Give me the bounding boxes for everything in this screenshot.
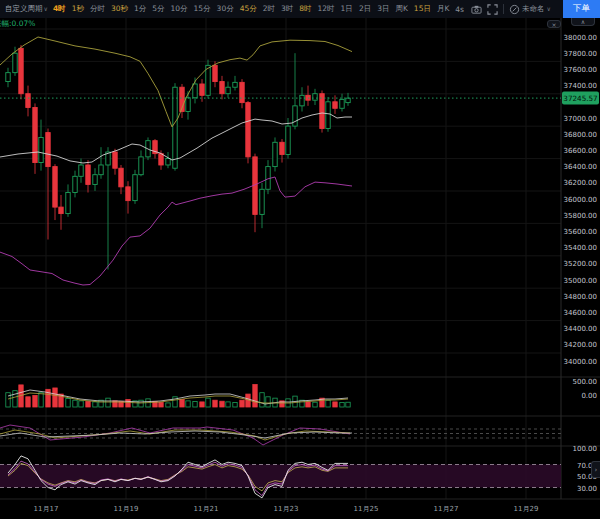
candle-body — [200, 84, 204, 95]
current-price-value: 37245.57 — [563, 94, 597, 103]
period-item[interactable]: 1秒 — [71, 4, 85, 14]
date-axis-label: 11月23 — [274, 505, 299, 513]
volume-bar — [306, 402, 310, 407]
volume-bar — [206, 398, 210, 407]
period-item[interactable]: 8时 — [298, 4, 312, 14]
price-axis-label: 37000.00 — [564, 115, 597, 123]
candles — [6, 45, 350, 269]
axis-collapse-tab[interactable]: ∧ — [571, 18, 595, 26]
volume-bar — [13, 391, 17, 407]
price-axis-label: 34000.00 — [564, 358, 597, 366]
volume-bar — [53, 388, 57, 407]
candle-body — [346, 98, 350, 102]
period-item[interactable]: 4时 — [52, 4, 67, 14]
price-axis-label: 34600.00 — [564, 309, 597, 317]
price-axis-label: 34400.00 — [564, 325, 597, 333]
camera-icon[interactable] — [471, 4, 482, 15]
period-item[interactable]: 30秒 — [110, 4, 129, 14]
candle-body — [53, 167, 57, 208]
sub-axis-label: 500.00 — [573, 378, 598, 386]
period-item[interactable]: 15日 — [413, 4, 432, 14]
candle-body — [280, 142, 284, 154]
volume-bar — [166, 403, 170, 407]
volume-bar — [260, 393, 264, 407]
price-axis-label: 36200.00 — [564, 179, 597, 187]
candle-body — [273, 142, 277, 166]
custom-period-label: 自定义周期 — [5, 4, 43, 14]
period-item[interactable]: 30分 — [216, 4, 235, 14]
candle-body — [159, 154, 163, 165]
period-item[interactable]: 1分 — [133, 4, 147, 14]
candle-body — [126, 187, 130, 201]
volume-bar — [340, 403, 344, 407]
toolbar-icons: 未命名 ∨ — [471, 4, 551, 15]
volume-bar — [266, 397, 270, 407]
price-axis-label: 37800.00 — [564, 50, 597, 58]
candle-body — [333, 102, 337, 108]
date-axis-label: 11月27 — [434, 505, 459, 513]
chart-plot[interactable]: 38000.0037800.0037600.0037400.0037200.00… — [0, 18, 600, 519]
candle-body — [213, 65, 217, 81]
custom-period-dropdown[interactable]: 自定义周期 ∨ — [5, 4, 48, 14]
period-item[interactable]: 1日 — [340, 4, 354, 14]
chevron-down-icon: ∨ — [547, 5, 551, 12]
volume-bar — [226, 402, 230, 407]
candle-body — [33, 107, 37, 162]
osc-line-magenta — [0, 425, 350, 445]
candle-body — [113, 152, 117, 168]
layout-name: 未命名 — [522, 4, 545, 14]
sub-axis-label: 30.00 — [577, 485, 597, 493]
candle-body — [133, 175, 137, 201]
fullscreen-icon[interactable] — [487, 4, 498, 15]
volume-bar — [73, 400, 77, 407]
period-item[interactable]: 2日 — [358, 4, 372, 14]
candle-body — [46, 133, 50, 167]
date-axis-label: 11月21 — [194, 505, 219, 513]
period-item[interactable]: 5分 — [151, 4, 165, 14]
price-axis-label: 36600.00 — [564, 147, 597, 155]
period-item[interactable]: 周K — [394, 4, 408, 14]
price-axis-label: 35000.00 — [564, 277, 597, 285]
volume-bar — [233, 403, 237, 407]
period-item[interactable]: 10分 — [170, 4, 189, 14]
volume-bar — [200, 402, 204, 407]
gridlines — [0, 18, 561, 499]
period-item[interactable]: 2时 — [262, 4, 276, 14]
period-item[interactable]: 45分 — [239, 4, 258, 14]
volume-bar — [139, 400, 143, 407]
volume-bar — [193, 402, 197, 407]
volume-bar — [333, 402, 337, 407]
indicator-close-button[interactable]: × — [547, 20, 561, 28]
period-item[interactable]: 4s — [454, 5, 465, 14]
candle-body — [166, 159, 170, 165]
place-order-button[interactable]: 下单 — [563, 0, 600, 18]
panel-expand-arrow[interactable]: › — [591, 461, 600, 478]
period-item[interactable]: 12时 — [317, 4, 336, 14]
price-axis-label: 36800.00 — [564, 131, 597, 139]
candle-body — [260, 189, 264, 214]
candle-body — [86, 165, 90, 184]
panel-frames — [0, 18, 600, 499]
volume-bar — [213, 400, 217, 407]
sub-axis-label: 0.00 — [581, 392, 597, 400]
candle-body — [13, 53, 17, 72]
candle-body — [233, 82, 237, 87]
period-item[interactable]: 3日 — [376, 4, 390, 14]
price-axis-label: 36400.00 — [564, 163, 597, 171]
price-axis-label: 35200.00 — [564, 260, 597, 268]
period-item[interactable]: 月K — [436, 4, 450, 14]
price-axis-label: 36000.00 — [564, 196, 597, 204]
period-item[interactable]: 15分 — [193, 4, 212, 14]
candle-body — [59, 207, 63, 213]
candle-body — [293, 106, 297, 126]
volume-bar — [26, 397, 30, 407]
price-change-label: 涨幅:0.07% — [0, 19, 35, 29]
layout-selector[interactable]: 未命名 ∨ — [509, 4, 551, 15]
candle-body — [139, 157, 143, 175]
draw-icon — [509, 4, 520, 15]
period-item[interactable]: 3时 — [280, 4, 294, 14]
period-item[interactable]: 分时 — [89, 4, 106, 14]
sub-axis-label: 100.00 — [573, 445, 598, 453]
candle-body — [6, 73, 10, 82]
candle-body — [240, 82, 244, 102]
